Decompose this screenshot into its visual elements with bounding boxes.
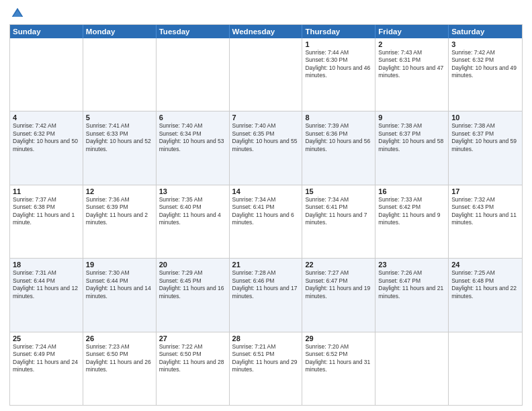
cell-text-line: Sunset: 6:41 PM (232, 203, 300, 211)
cell-text-line: Sunrise: 7:33 AM (378, 196, 445, 203)
logo (9, 7, 24, 20)
day-number: 23 (378, 261, 445, 269)
cell-text-line: Sunset: 6:47 PM (305, 277, 372, 285)
cal-cell-r2c6: 17Sunrise: 7:32 AMSunset: 6:43 PMDayligh… (449, 185, 522, 258)
cell-text-line: Sunset: 6:31 PM (378, 56, 445, 64)
calendar-header: SundayMondayTuesdayWednesdayThursdayFrid… (10, 25, 522, 38)
cell-text-line: Sunrise: 7:44 AM (305, 49, 372, 56)
cell-text-line: Daylight: 11 hours and 16 minutes. (159, 285, 226, 300)
cal-cell-r0c5: 2Sunrise: 7:43 AMSunset: 6:31 PMDaylight… (375, 38, 449, 111)
day-number: 28 (232, 334, 300, 342)
cell-text-line: Sunset: 6:48 PM (451, 277, 519, 285)
cell-text-line: Daylight: 10 hours and 50 minutes. (13, 138, 80, 153)
day-number: 7 (232, 113, 300, 122)
cell-text-line: Daylight: 11 hours and 24 minutes. (13, 359, 80, 374)
cell-text-line: Sunrise: 7:22 AM (159, 343, 226, 351)
header-day-friday: Friday (375, 25, 449, 38)
cal-cell-r1c3: 7Sunrise: 7:40 AMSunset: 6:35 PMDaylight… (230, 111, 303, 184)
cell-text-line: Sunset: 6:44 PM (86, 277, 153, 285)
cell-text-line: Daylight: 11 hours and 26 minutes. (86, 359, 153, 374)
cell-text-line: Sunrise: 7:29 AM (159, 269, 226, 277)
cal-cell-r2c4: 15Sunrise: 7:34 AMSunset: 6:41 PMDayligh… (302, 185, 375, 258)
cell-text-line: Daylight: 11 hours and 1 minute. (13, 212, 80, 227)
cal-cell-r2c2: 13Sunrise: 7:35 AMSunset: 6:40 PMDayligh… (157, 185, 230, 258)
cell-text-line: Daylight: 11 hours and 21 minutes. (378, 285, 445, 300)
cell-text-line: Sunset: 6:32 PM (13, 130, 80, 138)
cell-text-line: Sunrise: 7:41 AM (86, 122, 153, 130)
cal-cell-r4c4: 29Sunrise: 7:20 AMSunset: 6:52 PMDayligh… (302, 332, 375, 405)
cell-text-line: Sunset: 6:32 PM (451, 56, 519, 64)
day-number: 4 (13, 113, 80, 122)
day-number: 25 (13, 334, 80, 342)
day-number: 16 (378, 187, 445, 195)
day-number: 12 (86, 187, 153, 195)
cell-text-line: Sunrise: 7:27 AM (305, 269, 372, 277)
day-number: 24 (451, 261, 519, 269)
cell-text-line: Sunrise: 7:38 AM (378, 122, 445, 130)
calendar-row-1: 4Sunrise: 7:42 AMSunset: 6:32 PMDaylight… (10, 111, 522, 184)
cell-text-line: Sunrise: 7:20 AM (305, 343, 372, 351)
calendar-body: 1Sunrise: 7:44 AMSunset: 6:30 PMDaylight… (10, 38, 522, 405)
cell-text-line: Daylight: 11 hours and 14 minutes. (86, 285, 153, 300)
header-day-saturday: Saturday (449, 25, 522, 38)
cal-cell-r4c0: 25Sunrise: 7:24 AMSunset: 6:49 PMDayligh… (10, 332, 83, 405)
cell-text-line: Sunset: 6:45 PM (159, 277, 226, 285)
cell-text-line: Daylight: 10 hours and 53 minutes. (159, 138, 226, 153)
day-number: 22 (305, 261, 372, 269)
cell-text-line: Daylight: 11 hours and 9 minutes. (378, 212, 445, 227)
day-number: 14 (232, 187, 300, 195)
cell-text-line: Sunset: 6:46 PM (232, 277, 300, 285)
cell-text-line: Daylight: 11 hours and 17 minutes. (232, 285, 300, 300)
calendar-row-0: 1Sunrise: 7:44 AMSunset: 6:30 PMDaylight… (10, 38, 522, 111)
day-number: 9 (378, 113, 445, 122)
cell-text-line: Sunrise: 7:36 AM (86, 196, 153, 203)
cell-text-line: Sunset: 6:47 PM (378, 277, 445, 285)
cell-text-line: Daylight: 11 hours and 19 minutes. (305, 285, 372, 300)
cell-text-line: Sunset: 6:39 PM (86, 203, 153, 211)
cal-cell-r3c6: 24Sunrise: 7:25 AMSunset: 6:48 PMDayligh… (449, 259, 522, 331)
cell-text-line: Sunset: 6:52 PM (305, 351, 372, 358)
cell-text-line: Daylight: 11 hours and 28 minutes. (159, 359, 226, 374)
header-day-thursday: Thursday (302, 25, 375, 38)
cal-cell-r1c1: 5Sunrise: 7:41 AMSunset: 6:33 PMDaylight… (83, 111, 157, 184)
day-number: 17 (451, 187, 519, 195)
day-number: 21 (232, 261, 300, 269)
cell-text-line: Sunrise: 7:34 AM (305, 196, 372, 203)
cell-text-line: Sunrise: 7:37 AM (13, 196, 80, 203)
cell-text-line: Sunrise: 7:35 AM (159, 196, 226, 203)
cell-text-line: Sunset: 6:42 PM (378, 203, 445, 211)
cal-cell-r2c1: 12Sunrise: 7:36 AMSunset: 6:39 PMDayligh… (83, 185, 157, 258)
calendar: SundayMondayTuesdayWednesdayThursdayFrid… (9, 24, 523, 406)
cell-text-line: Sunset: 6:33 PM (86, 130, 153, 138)
cell-text-line: Sunrise: 7:32 AM (451, 196, 519, 203)
cal-cell-r2c0: 11Sunrise: 7:37 AMSunset: 6:38 PMDayligh… (10, 185, 83, 258)
cell-text-line: Daylight: 11 hours and 12 minutes. (13, 285, 80, 300)
day-number: 19 (86, 261, 153, 269)
header-day-tuesday: Tuesday (157, 25, 230, 38)
cell-text-line: Sunrise: 7:38 AM (451, 122, 519, 130)
calendar-row-4: 25Sunrise: 7:24 AMSunset: 6:49 PMDayligh… (10, 332, 522, 405)
cal-cell-r4c5 (375, 332, 449, 405)
day-number: 13 (159, 187, 226, 195)
cell-text-line: Sunset: 6:35 PM (232, 130, 300, 138)
day-number: 11 (13, 187, 80, 195)
cal-cell-r3c2: 20Sunrise: 7:29 AMSunset: 6:45 PMDayligh… (157, 259, 230, 331)
cell-text-line: Daylight: 11 hours and 11 minutes. (451, 212, 519, 227)
day-number: 29 (305, 334, 372, 342)
cell-text-line: Sunset: 6:37 PM (451, 130, 519, 138)
cal-cell-r3c5: 23Sunrise: 7:26 AMSunset: 6:47 PMDayligh… (375, 259, 449, 331)
calendar-row-2: 11Sunrise: 7:37 AMSunset: 6:38 PMDayligh… (10, 185, 522, 258)
cell-text-line: Sunset: 6:40 PM (159, 203, 226, 211)
cell-text-line: Sunrise: 7:40 AM (232, 122, 300, 130)
cal-cell-r1c6: 10Sunrise: 7:38 AMSunset: 6:37 PMDayligh… (449, 111, 522, 184)
cal-cell-r1c4: 8Sunrise: 7:39 AMSunset: 6:36 PMDaylight… (302, 111, 375, 184)
day-number: 2 (378, 40, 445, 48)
cell-text-line: Sunset: 6:36 PM (305, 130, 372, 138)
day-number: 5 (86, 113, 153, 122)
cal-cell-r1c5: 9Sunrise: 7:38 AMSunset: 6:37 PMDaylight… (375, 111, 449, 184)
cell-text-line: Daylight: 11 hours and 7 minutes. (305, 212, 372, 227)
day-number: 20 (159, 261, 226, 269)
day-number: 27 (159, 334, 226, 342)
cell-text-line: Daylight: 11 hours and 22 minutes. (451, 285, 519, 300)
cal-cell-r4c3: 28Sunrise: 7:21 AMSunset: 6:51 PMDayligh… (230, 332, 303, 405)
